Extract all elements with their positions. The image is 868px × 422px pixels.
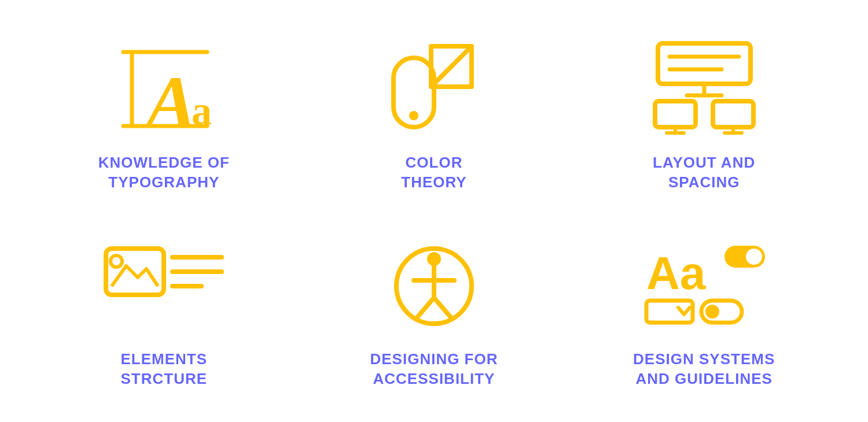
svg-point-7 xyxy=(409,111,418,120)
card-design-systems: Aa DESIGN SYSTEMS AND GUIDELINES xyxy=(569,211,839,408)
design-systems-icon: Aa xyxy=(652,234,756,332)
layout-title: LAYOUT AND SPACING xyxy=(653,153,755,193)
card-typography: A a KNOWLEDGE OF TYPOGRAPHY xyxy=(29,14,299,211)
svg-line-29 xyxy=(434,298,451,318)
card-accessibility: DESIGNING FOR ACCESSIBILITY xyxy=(299,211,569,408)
svg-rect-13 xyxy=(655,101,696,127)
svg-point-35 xyxy=(705,305,719,319)
svg-line-6 xyxy=(431,46,472,87)
svg-text:A: A xyxy=(142,60,197,143)
svg-line-28 xyxy=(417,298,434,318)
card-elements: ELEMENTS STRCTURE xyxy=(29,211,299,408)
color-icon xyxy=(382,38,486,136)
main-grid: A a KNOWLEDGE OF TYPOGRAPHY CO xyxy=(29,14,839,408)
card-layout: LAYOUT AND SPACING xyxy=(569,14,839,211)
layout-icon xyxy=(652,38,756,136)
svg-point-20 xyxy=(111,256,122,267)
color-title: COLOR THEORY xyxy=(401,153,466,193)
svg-point-32 xyxy=(746,249,762,265)
svg-text:Aa: Aa xyxy=(646,247,706,299)
elements-icon xyxy=(112,234,216,332)
svg-rect-8 xyxy=(658,43,751,84)
card-color: COLOR THEORY xyxy=(299,14,569,211)
accessibility-title: DESIGNING FOR ACCESSIBILITY xyxy=(370,350,498,389)
design-systems-title: DESIGN SYSTEMS AND GUIDELINES xyxy=(633,350,775,389)
svg-rect-16 xyxy=(713,101,753,127)
elements-title: ELEMENTS STRCTURE xyxy=(121,350,208,389)
typography-title: KNOWLEDGE OF TYPOGRAPHY xyxy=(98,153,230,193)
typography-icon: A a xyxy=(112,38,216,136)
accessibility-icon xyxy=(382,234,486,332)
